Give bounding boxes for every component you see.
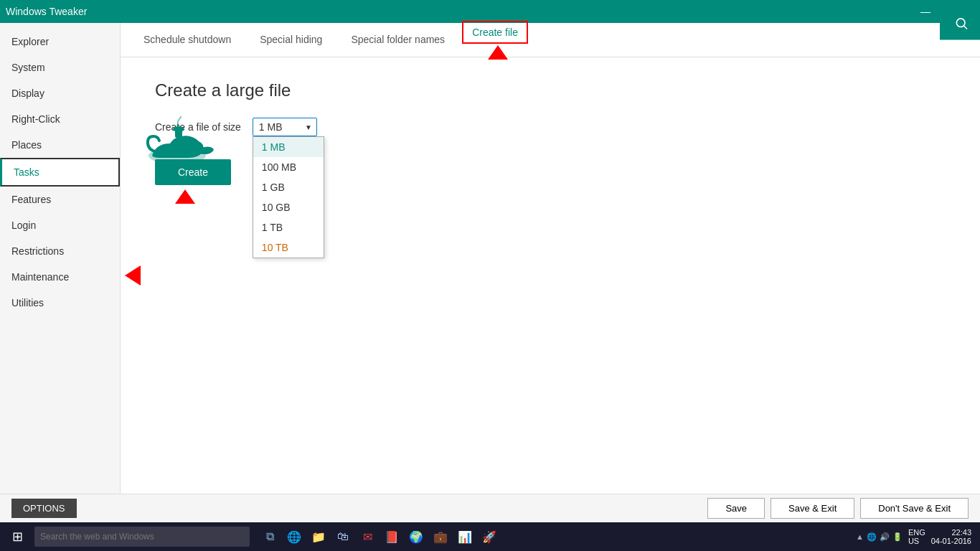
- sidebar: Explorer System Display Right-Click Plac…: [0, 23, 121, 494]
- sidebar-item-places[interactable]: Places: [0, 132, 120, 158]
- size-dropdown-trigger[interactable]: 1 MB ▼: [253, 118, 317, 136]
- search-icon: [954, 16, 969, 30]
- sidebar-item-restrictions[interactable]: Restrictions: [0, 238, 120, 264]
- store-icon[interactable]: 🛍: [331, 525, 354, 548]
- page-title: Create a large file: [155, 80, 946, 100]
- app4-icon[interactable]: 📊: [453, 525, 476, 548]
- sidebar-item-login[interactable]: Login: [0, 212, 120, 238]
- size-option-1tb[interactable]: 1 TB: [253, 217, 324, 237]
- tab-bar: Schedule shutdown Special hiding Special…: [121, 23, 980, 57]
- sidebar-item-maintenance[interactable]: Maintenance: [0, 264, 120, 290]
- title-bar: Windows Tweaker — ☐ ✕: [0, 0, 980, 23]
- bottom-bar: OPTIONS Save Save & Exit Don't Save & Ex…: [0, 494, 980, 522]
- search-button[interactable]: [940, 6, 980, 40]
- tasks-arrow-indicator: [125, 265, 141, 286]
- minimize-button[interactable]: —: [917, 3, 934, 20]
- explorer-icon[interactable]: 📁: [307, 525, 330, 548]
- tab-create-file-wrapper: Create file: [462, 21, 534, 60]
- volume-icon: 🔊: [880, 532, 890, 542]
- sidebar-item-tasks[interactable]: Tasks: [0, 158, 120, 187]
- network-icon: 🌐: [867, 532, 877, 542]
- battery-icon: 🔋: [892, 532, 903, 542]
- taskbar-app-icons: ⧉ 🌐 📁 🛍 ✉ 📕 🌍 💼 📊 🚀: [258, 525, 501, 548]
- chrome-icon[interactable]: 🌍: [405, 525, 428, 548]
- sidebar-item-system[interactable]: System: [0, 55, 120, 80]
- app3-icon[interactable]: 💼: [429, 525, 452, 548]
- sidebar-item-explorer[interactable]: Explorer: [0, 29, 120, 55]
- edge-icon[interactable]: 🌐: [283, 525, 306, 548]
- size-dropdown-list: 1 MB 100 MB 1 GB 10 GB: [253, 136, 324, 258]
- tab-create-file[interactable]: Create file: [462, 21, 528, 44]
- svg-point-2: [173, 126, 184, 132]
- tray-chevron-icon[interactable]: ▲: [856, 532, 864, 541]
- tab-special-folder-names[interactable]: Special folder names: [339, 25, 456, 55]
- save-button[interactable]: Save: [707, 498, 765, 519]
- taskbar-search-input[interactable]: [34, 527, 250, 547]
- tab-special-hiding[interactable]: Special hiding: [248, 25, 334, 55]
- content-area: Schedule shutdown Special hiding Special…: [121, 23, 980, 494]
- sidebar-item-features[interactable]: Features: [0, 187, 120, 212]
- app2-icon[interactable]: 📕: [380, 525, 403, 548]
- size-option-10tb[interactable]: 10 TB: [253, 237, 324, 258]
- mail-icon[interactable]: ✉: [356, 525, 379, 548]
- file-size-row: Create a file of size 1 MB ▼ 1 MB: [155, 118, 946, 136]
- svg-line-4: [964, 26, 967, 29]
- taskbar: ⊞ ⧉ 🌐 📁 🛍 ✉ 📕 🌍 💼 📊 🚀 ▲ 🌐 🔊 🔋 ENG U: [0, 522, 980, 551]
- size-option-1mb[interactable]: 1 MB: [253, 137, 324, 157]
- app-title: Windows Tweaker: [6, 6, 87, 17]
- genie-lamp-icon: [138, 116, 224, 174]
- dropdown-chevron-icon: ▼: [305, 123, 312, 131]
- taskbar-right-area: ▲ 🌐 🔊 🔋 ENG US 22:43 04-01-2016: [856, 528, 977, 545]
- taskbar-time: 22:43 04-01-2016: [931, 528, 971, 545]
- save-exit-button[interactable]: Save & Exit: [771, 498, 854, 519]
- sidebar-item-display[interactable]: Display: [0, 80, 120, 106]
- system-tray: ▲ 🌐 🔊 🔋: [856, 532, 903, 542]
- size-option-1gb[interactable]: 1 GB: [253, 177, 324, 197]
- main-content: Create a large file Create a file of siz…: [121, 57, 980, 494]
- options-button[interactable]: OPTIONS: [11, 499, 77, 518]
- size-option-100mb[interactable]: 100 MB: [253, 157, 324, 177]
- dont-save-exit-button[interactable]: Don't Save & Exit: [860, 498, 969, 519]
- task-view-icon[interactable]: ⧉: [258, 525, 281, 548]
- tab-schedule-shutdown[interactable]: Schedule shutdown: [132, 25, 242, 55]
- start-button[interactable]: ⊞: [3, 522, 32, 551]
- sidebar-item-right-click[interactable]: Right-Click: [0, 106, 120, 132]
- language-region: ENG US: [908, 528, 925, 545]
- app5-icon[interactable]: 🚀: [478, 525, 501, 548]
- size-dropdown-wrapper: 1 MB ▼ 1 MB 100 MB 1 GB: [253, 118, 317, 136]
- genie-lamp-area: [121, 88, 241, 202]
- sidebar-item-utilities[interactable]: Utilities: [0, 290, 120, 316]
- size-option-10gb[interactable]: 10 GB: [253, 197, 324, 217]
